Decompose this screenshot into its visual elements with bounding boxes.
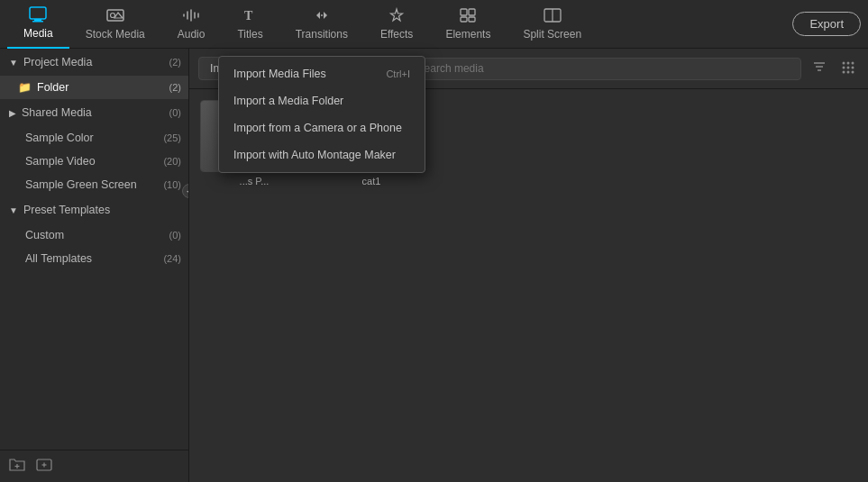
main-content: ▼ Project Media (2) 📁 Folder (2) ▶ Share… — [0, 49, 868, 482]
sample-video-count: (20) — [163, 156, 181, 167]
import-files-menu-item[interactable]: Import Media Files Ctrl+I — [219, 60, 425, 87]
svg-rect-2 — [32, 21, 43, 23]
svg-point-26 — [852, 67, 854, 69]
view-options-button[interactable] — [837, 56, 859, 81]
sample-color-count: (25) — [163, 132, 181, 143]
import-folder-menu-item[interactable]: Import a Media Folder — [219, 87, 425, 114]
import-folder-label: Import a Media Folder — [233, 95, 343, 107]
all-templates-count: (24) — [163, 253, 181, 264]
sidebar-folder-label: Folder — [37, 81, 69, 94]
sidebar-bottom-bar — [0, 450, 188, 482]
sidebar-section-shared-media[interactable]: ▶ Shared Media (0) — [0, 99, 188, 126]
nav-label-audio: Audio — [178, 28, 206, 41]
nav-item-elements[interactable]: Elements — [429, 0, 507, 49]
custom-count: (0) — [169, 230, 181, 241]
import-files-label: Import Media Files — [233, 68, 326, 80]
shared-media-count: (0) — [169, 107, 181, 118]
svg-rect-10 — [469, 17, 475, 22]
import-camera-menu-item[interactable]: Import from a Camera or a Phone — [219, 114, 425, 141]
nav-item-transitions[interactable]: Transitions — [279, 0, 364, 49]
nav-label-split-screen: Split Screen — [523, 28, 581, 41]
top-nav: Media Stock Media Audio T Titles — [0, 0, 868, 49]
sidebar-item-custom[interactable]: Custom (0) — [0, 223, 188, 247]
effects-icon — [388, 7, 406, 26]
svg-rect-8 — [469, 9, 475, 15]
nav-label-effects: Effects — [380, 28, 413, 41]
elements-icon — [459, 7, 477, 26]
import-files-shortcut: Ctrl+I — [386, 68, 410, 79]
import-montage-label: Import with Auto Montage Maker — [233, 149, 396, 161]
sidebar-section-label-preset-templates: Preset Templates — [23, 204, 110, 216]
svg-rect-9 — [461, 17, 467, 22]
nav-label-transitions: Transitions — [296, 28, 348, 41]
folder-icon: 📁 — [18, 81, 32, 94]
add-to-project-button[interactable] — [36, 458, 52, 475]
sidebar-label-sample-color: Sample Color — [25, 132, 94, 144]
import-dropdown-menu: Import Media Files Ctrl+I Import a Media… — [218, 56, 425, 173]
sample-green-screen-count: (10) — [163, 179, 181, 190]
sidebar-item-sample-green-screen[interactable]: Sample Green Screen (10) — [0, 173, 188, 196]
stock-media-icon — [106, 7, 124, 26]
svg-point-23 — [852, 62, 854, 65]
svg-rect-0 — [30, 7, 46, 19]
project-media-count: (2) — [169, 57, 181, 68]
sidebar-section-label-project-media: Project Media — [23, 56, 92, 68]
svg-rect-7 — [461, 9, 467, 15]
transitions-icon — [313, 7, 331, 26]
sidebar: ▼ Project Media (2) 📁 Folder (2) ▶ Share… — [0, 49, 189, 482]
svg-point-29 — [852, 71, 854, 74]
nav-label-titles: Titles — [237, 28, 262, 41]
sidebar-section-project-media[interactable]: ▼ Project Media (2) — [0, 49, 188, 76]
svg-point-21 — [843, 62, 845, 65]
svg-point-4 — [110, 14, 114, 18]
sidebar-label-custom: Custom — [25, 229, 64, 241]
import-montage-menu-item[interactable]: Import with Auto Montage Maker — [219, 141, 425, 168]
nav-item-audio[interactable]: Audio — [161, 0, 222, 49]
nav-item-stock-media[interactable]: Stock Media — [69, 0, 161, 49]
nav-label-stock-media: Stock Media — [86, 28, 145, 41]
import-camera-label: Import from a Camera or a Phone — [233, 122, 402, 134]
svg-point-25 — [847, 67, 850, 69]
sidebar-label-sample-green-screen: Sample Green Screen — [25, 178, 137, 191]
nav-label-media: Media — [23, 27, 53, 40]
svg-point-22 — [847, 62, 850, 65]
titles-icon: T — [242, 7, 260, 26]
chevron-down-icon-2: ▼ — [9, 205, 18, 215]
search-input[interactable] — [417, 62, 793, 75]
sidebar-item-sample-color[interactable]: Sample Color (25) — [0, 126, 188, 150]
folder-count: (2) — [169, 82, 181, 93]
export-button[interactable]: Export — [792, 12, 861, 36]
sidebar-label-all-templates: All Templates — [25, 252, 92, 265]
search-bar: 🔍 — [389, 58, 801, 80]
sidebar-item-folder[interactable]: 📁 Folder (2) — [0, 76, 188, 99]
nav-item-titles[interactable]: T Titles — [221, 0, 279, 49]
sidebar-label-sample-video: Sample Video — [25, 155, 96, 168]
sidebar-item-all-templates[interactable]: All Templates (24) — [0, 247, 188, 270]
nav-item-split-screen[interactable]: Split Screen — [507, 0, 598, 49]
svg-point-28 — [847, 71, 850, 74]
svg-point-27 — [843, 71, 845, 74]
svg-rect-1 — [34, 19, 41, 21]
media-thumb-label-1: ...s P... — [240, 176, 270, 186]
audio-icon — [182, 7, 200, 26]
split-screen-icon — [544, 7, 562, 26]
svg-point-24 — [843, 67, 845, 69]
sidebar-section-preset-templates[interactable]: ▼ Preset Templates — [0, 196, 188, 223]
nav-item-media[interactable]: Media — [7, 0, 69, 49]
chevron-down-icon: ▼ — [9, 58, 18, 68]
svg-text:T: T — [244, 9, 253, 23]
filter-button[interactable] — [809, 56, 830, 81]
media-icon — [29, 6, 47, 25]
sidebar-section-label-shared-media: Shared Media — [22, 106, 92, 119]
nav-label-elements: Elements — [445, 28, 490, 41]
new-folder-button[interactable] — [9, 458, 25, 475]
nav-item-effects[interactable]: Effects — [364, 0, 429, 49]
media-thumb-label-2: cat1 — [362, 176, 381, 186]
sidebar-item-sample-video[interactable]: Sample Video (20) — [0, 150, 188, 173]
chevron-right-icon: ▶ — [9, 108, 16, 118]
